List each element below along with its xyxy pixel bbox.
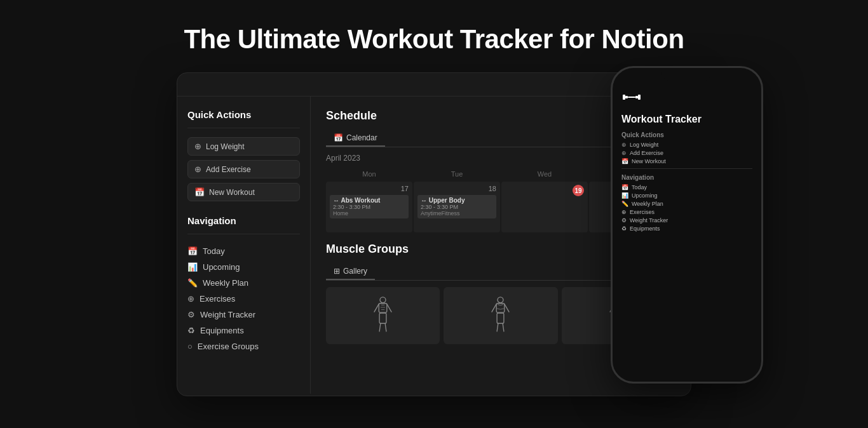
nav-upcoming-label: Upcoming xyxy=(203,262,240,272)
cal-event-abs[interactable]: ↔ Abs Workout 2:30 - 3:30 PM Home xyxy=(330,195,409,218)
svg-line-3 xyxy=(387,304,391,312)
phone-nav-equipment-icon: ♻ xyxy=(621,225,627,232)
today-badge: 19 xyxy=(573,185,584,196)
nav-equipments[interactable]: ♻ Equipments xyxy=(187,323,300,338)
nav-exercises-label: Exercises xyxy=(200,294,235,304)
svg-line-6 xyxy=(385,323,386,331)
day-wed: Wed xyxy=(501,168,588,180)
add-exercise-button[interactable]: ⊕ Add Exercise xyxy=(187,160,300,178)
phone-nav-weight-icon: ⚙ xyxy=(621,217,627,224)
day-mon: Mon xyxy=(326,168,412,180)
cal-event-upper[interactable]: ↔ Upper Body 2:30 - 3:30 PM AnytimeFitne… xyxy=(417,195,496,218)
nav-exercises[interactable]: ⊕ Exercises xyxy=(187,291,300,307)
phone-nav-weight-label: Weight Tracker xyxy=(630,217,668,224)
phone-nav-exercises-icon: ⊕ xyxy=(621,209,627,215)
sidebar-divider-2 xyxy=(187,234,300,234)
phone-plus-icon-1: ⊕ xyxy=(621,142,627,148)
svg-rect-26 xyxy=(623,95,625,100)
svg-line-15 xyxy=(498,323,499,331)
log-weight-button[interactable]: ⊕ Log Weight xyxy=(187,137,300,156)
gallery-tab-label: Gallery xyxy=(343,267,367,276)
phone-nav-equipment-label: Equipments xyxy=(630,225,660,232)
phone-nav-weekly[interactable]: ✏️ Weekly Plan xyxy=(621,201,752,207)
equipment-icon: ♻ xyxy=(187,326,195,335)
svg-line-13 xyxy=(505,304,509,312)
gallery-tab[interactable]: ⊞ Gallery xyxy=(326,264,375,280)
nav-section: Navigation 📅 Today 📊 Upcoming ✏️ Weekly … xyxy=(187,215,300,354)
sidebar: Quick Actions ⊕ Log Weight ⊕ Add Exercis… xyxy=(177,97,311,394)
cal-date-17: 17 xyxy=(330,185,409,192)
muscle-card-front[interactable] xyxy=(326,287,440,344)
nav-today-label: Today xyxy=(203,246,225,256)
abs-title: ↔ Abs Workout xyxy=(333,197,405,204)
svg-rect-4 xyxy=(379,313,386,323)
svg-line-12 xyxy=(492,304,496,312)
phone-inner: Workout Tracker Quick Actions ⊕ Log Weig… xyxy=(621,78,752,371)
svg-line-5 xyxy=(379,323,381,331)
phone-nav-today-icon: 📅 xyxy=(621,184,628,191)
phone-add-exercise[interactable]: ⊕ Add Exercise xyxy=(621,150,752,156)
abs-time: 2:30 - 3:30 PM xyxy=(333,204,405,210)
phone-log-weight-label: Log Weight xyxy=(630,142,658,148)
quick-actions-title: Quick Actions xyxy=(187,109,300,120)
nav-weekly-label: Weekly Plan xyxy=(203,278,248,288)
upper-title: ↔ Upper Body xyxy=(421,197,493,204)
nav-exercise-groups[interactable]: ○ Exercise Groups xyxy=(187,338,300,354)
nav-upcoming[interactable]: 📊 Upcoming xyxy=(187,259,300,275)
phone-nav-upcoming[interactable]: 📊 Upcoming xyxy=(621,192,752,199)
exercises-icon: ⊕ xyxy=(187,294,194,304)
phone-new-workout[interactable]: 📅 New Workout xyxy=(621,158,752,164)
day-tue: Tue xyxy=(414,168,500,180)
phone-nav-equipment[interactable]: ♻ Equipments xyxy=(621,225,752,232)
phone-navigation-label: Navigation xyxy=(621,174,752,181)
phone-nav-today-label: Today xyxy=(632,184,647,191)
svg-point-10 xyxy=(498,297,503,302)
phone-log-weight[interactable]: ⊕ Log Weight xyxy=(621,142,752,148)
plus-circle-icon: ⊕ xyxy=(194,142,201,151)
add-exercise-label: Add Exercise xyxy=(206,165,251,174)
phone-nav-upcoming-label: Upcoming xyxy=(632,192,658,199)
phone-nav-weight[interactable]: ⚙ Weight Tracker xyxy=(621,217,752,224)
navigation-title: Navigation xyxy=(187,215,300,226)
phone-nav-upcoming-icon: 📊 xyxy=(621,192,628,199)
phone-nav-weekly-label: Weekly Plan xyxy=(632,201,663,207)
cal-cell-18: 18 ↔ Upper Body 2:30 - 3:30 PM AnytimeFi… xyxy=(414,182,500,232)
phone-nav-today[interactable]: 📅 Today xyxy=(621,184,752,191)
abs-loc: Home xyxy=(333,210,405,217)
log-weight-label: Log Weight xyxy=(206,142,245,151)
nav-groups-label: Exercise Groups xyxy=(198,342,259,351)
svg-rect-27 xyxy=(625,96,628,98)
svg-point-0 xyxy=(380,297,386,302)
phone-divider xyxy=(621,168,752,169)
calendar-tab[interactable]: 📅 Calendar xyxy=(326,130,385,147)
phone-new-workout-label: New Workout xyxy=(632,158,666,164)
body-back-svg xyxy=(486,295,515,337)
phone-plus-icon-2: ⊕ xyxy=(621,150,627,156)
gallery-tab-icon: ⊞ xyxy=(334,267,340,276)
body-front-svg xyxy=(369,295,397,337)
phone-nav-weekly-icon: ✏️ xyxy=(621,201,628,207)
nav-weight-label: Weight Tracker xyxy=(200,310,255,319)
calendar-tab-icon: 📅 xyxy=(334,133,343,142)
svg-rect-14 xyxy=(498,313,505,323)
sidebar-divider-1 xyxy=(187,128,300,128)
new-workout-button[interactable]: 📅 New Workout xyxy=(187,183,300,201)
mockups-container: 💬 ⏱ ☆ ••• Quick Actions ⊕ Log Weight ⊕ A… xyxy=(0,72,868,396)
weekly-icon: ✏️ xyxy=(187,278,198,288)
nav-weekly-plan[interactable]: ✏️ Weekly Plan xyxy=(187,275,300,291)
phone-cal-icon: 📅 xyxy=(621,158,628,164)
nav-today[interactable]: 📅 Today xyxy=(187,243,300,259)
weight-icon: ⚙ xyxy=(187,310,195,319)
phone-notch xyxy=(661,68,712,81)
today-icon: 📅 xyxy=(187,246,198,256)
phone-nav-exercises[interactable]: ⊕ Exercises xyxy=(621,209,752,215)
muscle-card-back[interactable] xyxy=(444,287,557,344)
svg-rect-28 xyxy=(628,97,635,98)
nav-weight-tracker[interactable]: ⚙ Weight Tracker xyxy=(187,307,300,323)
phone-app-title: Workout Tracker xyxy=(621,114,752,125)
nav-equipments-label: Equipments xyxy=(200,326,244,335)
svg-rect-29 xyxy=(635,96,638,98)
calendar-icon: 📅 xyxy=(194,187,205,197)
plus-circle-icon-2: ⊕ xyxy=(194,164,201,174)
upper-time: 2:30 - 3:30 PM xyxy=(421,204,493,210)
